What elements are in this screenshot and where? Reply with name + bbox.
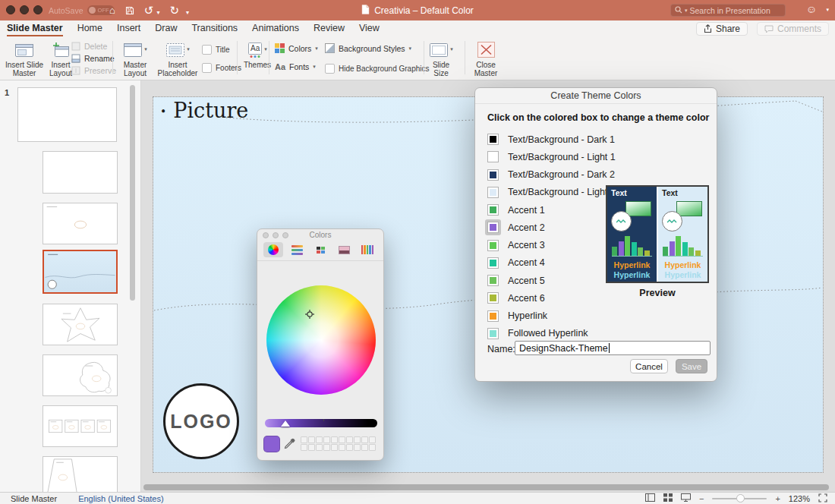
color-sliders-tab[interactable] xyxy=(287,242,307,257)
palette-cell[interactable] xyxy=(339,444,345,451)
undo-chevron-icon[interactable]: ▾ xyxy=(156,10,159,16)
color-wheel-crosshair[interactable] xyxy=(305,308,314,322)
sidebar-scrollbar[interactable] xyxy=(130,85,135,301)
palette-cell[interactable] xyxy=(301,444,307,451)
color-swatch[interactable] xyxy=(487,328,499,339)
brightness-slider[interactable] xyxy=(265,419,377,427)
palette-cell[interactable] xyxy=(331,436,338,443)
tab-animations[interactable]: Animations xyxy=(252,20,299,36)
preserve-button[interactable]: Preserve xyxy=(71,66,116,75)
color-swatch[interactable] xyxy=(487,310,499,322)
colors-picker-window[interactable]: Colors xyxy=(257,228,384,461)
current-color-swatch[interactable] xyxy=(263,436,280,452)
layout-thumbnail-four-pictures[interactable] xyxy=(43,405,118,447)
palette-cell[interactable] xyxy=(323,444,330,451)
cancel-button[interactable]: Cancel xyxy=(630,359,668,373)
color-swatch[interactable] xyxy=(487,169,499,181)
redo-button[interactable]: ↻ xyxy=(169,5,179,16)
palette-cell[interactable] xyxy=(331,444,338,451)
zoom-out-button[interactable]: − xyxy=(699,494,704,503)
color-palettes-tab[interactable] xyxy=(310,242,330,257)
home-icon[interactable]: ⌂ xyxy=(109,5,115,15)
palette-cell[interactable] xyxy=(354,436,361,443)
zoom-in-button[interactable]: + xyxy=(775,494,780,503)
palette-cell[interactable] xyxy=(308,436,315,443)
layout-thumbnail-trapezoid[interactable] xyxy=(43,456,118,492)
zoom-slider[interactable] xyxy=(712,498,767,499)
window-minimize-button[interactable] xyxy=(20,5,29,14)
color-wheel[interactable] xyxy=(266,285,376,395)
hide-background-graphics-box[interactable] xyxy=(325,64,335,74)
insert-placeholder-button[interactable]: ▾ Insert Placeholder xyxy=(156,39,199,77)
tab-insert[interactable]: Insert xyxy=(117,20,140,36)
colors-button[interactable]: Colors ▾ xyxy=(275,43,318,53)
autosave-toggle[interactable]: AutoSave OFF xyxy=(49,5,115,15)
search-scope-chevron-icon[interactable]: ▾ xyxy=(685,8,688,14)
color-swatch[interactable] xyxy=(487,204,499,216)
palette-cell[interactable] xyxy=(354,444,361,451)
fit-to-window-icon[interactable] xyxy=(818,493,827,504)
feedback-smiley-icon[interactable]: ☺ xyxy=(806,4,817,14)
insert-slide-master-button[interactable]: Insert Slide Master xyxy=(3,39,46,77)
colors-minimize-button[interactable] xyxy=(273,232,279,238)
search-input[interactable]: ▾ Search in Presentation xyxy=(670,4,786,17)
tab-draw[interactable]: Draw xyxy=(155,20,177,36)
palette-cell[interactable] xyxy=(308,444,315,451)
palette-cell[interactable] xyxy=(346,436,353,443)
share-button[interactable]: Share xyxy=(696,22,748,36)
tab-view[interactable]: View xyxy=(359,20,380,36)
background-styles-button[interactable]: Background Styles ▾ xyxy=(325,43,411,53)
tab-slide-master[interactable]: Slide Master xyxy=(7,20,63,36)
tab-review[interactable]: Review xyxy=(314,20,345,36)
color-swatch[interactable] xyxy=(487,151,499,162)
palette-cell[interactable] xyxy=(369,436,376,443)
logo-placeholder[interactable]: LOGO xyxy=(163,383,239,459)
colors-close-button[interactable] xyxy=(263,232,269,238)
tab-home[interactable]: Home xyxy=(77,20,102,36)
footers-checkbox[interactable]: Footers xyxy=(202,63,241,73)
account-chevron-icon[interactable]: ▾ xyxy=(826,7,829,13)
eyedropper-icon[interactable] xyxy=(284,438,295,452)
horizontal-scrollbar[interactable] xyxy=(143,484,829,490)
slide-size-button[interactable]: ▾ Slide Size xyxy=(425,39,457,77)
layout-thumbnail-blob[interactable] xyxy=(43,354,118,396)
palette-cell[interactable] xyxy=(323,436,330,443)
slide-master-thumbnail[interactable] xyxy=(17,87,117,142)
palette-cell[interactable] xyxy=(316,436,323,443)
close-master-button[interactable]: Close Master xyxy=(468,39,504,77)
palette-cell[interactable] xyxy=(339,436,345,443)
title-checkbox[interactable]: Title xyxy=(202,45,230,55)
master-layout-button[interactable]: ▾ Master Layout xyxy=(116,39,154,77)
color-swatch[interactable] xyxy=(487,257,499,269)
palette-cell[interactable] xyxy=(361,444,368,451)
customize-toolbar-icon[interactable]: ▾ xyxy=(186,10,189,16)
palette-cell[interactable] xyxy=(301,436,307,443)
palette-cell[interactable] xyxy=(316,444,323,451)
layout-thumbnail-blank[interactable] xyxy=(43,151,118,194)
slide-sorter-icon[interactable] xyxy=(663,493,673,503)
language-status[interactable]: English (United States) xyxy=(78,494,164,503)
layout-thumbnail-star[interactable] xyxy=(43,304,118,345)
footers-checkbox-box[interactable] xyxy=(202,63,212,73)
title-checkbox-box[interactable] xyxy=(202,45,212,55)
window-close-button[interactable] xyxy=(6,5,15,14)
save-icon[interactable] xyxy=(125,6,134,15)
delete-button[interactable]: Delete xyxy=(71,42,107,51)
normal-view-icon[interactable] xyxy=(645,493,655,503)
color-swatch[interactable] xyxy=(487,134,499,145)
title-placeholder[interactable]: • Picture xyxy=(160,99,248,122)
color-swatch[interactable] xyxy=(487,275,499,286)
palette-cell[interactable] xyxy=(361,436,368,443)
zoom-slider-knob[interactable] xyxy=(736,494,745,502)
tab-transitions[interactable]: Transitions xyxy=(191,20,238,36)
color-swatch[interactable] xyxy=(487,292,499,304)
color-swatch[interactable] xyxy=(487,187,499,198)
window-zoom-button[interactable] xyxy=(33,5,43,14)
color-swatch[interactable] xyxy=(487,222,499,233)
pencils-tab[interactable] xyxy=(358,242,377,257)
palette-cell[interactable] xyxy=(369,444,376,451)
comments-button[interactable]: Comments xyxy=(757,22,829,36)
rename-button[interactable]: Rename xyxy=(71,54,115,63)
image-palettes-tab[interactable] xyxy=(334,242,354,257)
palette-cell[interactable] xyxy=(346,444,353,451)
